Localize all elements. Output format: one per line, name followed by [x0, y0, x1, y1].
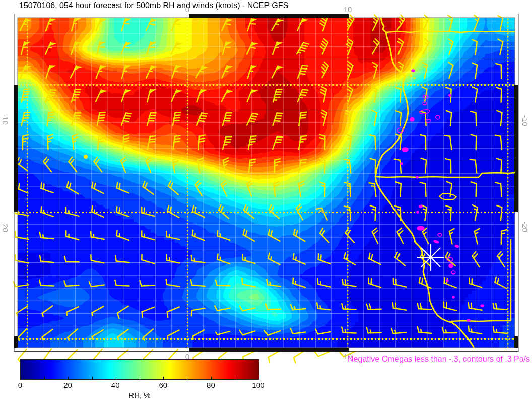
left-axis-tick-neg10: -10: [1, 104, 9, 134]
top-axis-tick-10: 10: [338, 5, 358, 14]
map-yellow-dot: [84, 155, 88, 159]
omega-contour-mark: [436, 115, 440, 119]
omega-contour-mark: [417, 211, 419, 213]
africa-coastline: [375, 18, 474, 348]
omega-caption: Negative Omegas less than -.3, contours …: [348, 355, 530, 364]
omega-contour-mark: [419, 206, 422, 208]
colorbar-tick-40: 40: [105, 381, 125, 389]
omega-contour-mark: [467, 319, 470, 321]
omega-contour-mark: [410, 117, 414, 121]
country-border: [386, 31, 515, 32]
outer-frame: [14, 14, 518, 352]
omega-contour-mark: [419, 109, 430, 114]
frame-tick-band: [14, 85, 18, 212]
colorbar-axis-label: RH, %: [109, 391, 170, 399]
colorbar-tick-100: 100: [248, 381, 269, 389]
omega-contour-mark: [416, 176, 418, 178]
omega-contour-mark: [401, 163, 403, 165]
map-yellow-dot: [414, 77, 416, 79]
omega-contour-mark: [426, 119, 431, 122]
map-yellow-dot: [410, 75, 412, 77]
rh-colorbar: [20, 359, 259, 380]
omega-contour-mark: [412, 70, 415, 72]
omega-contour-mark: [423, 102, 427, 105]
omega-contour-mark: [481, 305, 484, 307]
frame-tick-band: [514, 85, 518, 212]
frame-tick-band: [189, 14, 349, 18]
colorbar-tick-60: 60: [153, 381, 173, 389]
map-border: [18, 18, 515, 348]
omega-contour-mark: [417, 226, 424, 230]
omega-contour-mark: [449, 94, 451, 96]
top-axis-tick-0: 0: [177, 5, 197, 14]
plot-title: 15070106, 054 hour forecast for 500mb RH…: [19, 1, 288, 10]
omega-contour-mark: [447, 257, 453, 261]
omega-contour-mark: [455, 245, 459, 248]
omega-contour-mark: [434, 240, 439, 243]
omega-contour-mark: [449, 264, 453, 268]
omega-contour-mark: [446, 280, 448, 282]
colorbar-tick-20: 20: [58, 381, 78, 389]
colorbar-tick-80: 80: [201, 381, 221, 389]
frame-tick-band: [514, 336, 518, 348]
frame-tick-band: [189, 348, 349, 352]
etosha-pan-outline: [439, 193, 456, 200]
omega-contour-mark: [438, 233, 442, 236]
map-overlay-svg: [0, 0, 532, 411]
omega-contour-mark: [452, 296, 454, 298]
right-axis-tick-neg10: -10: [521, 106, 529, 136]
forecast-chart-page: 15070106, 054 hour forecast for 500mb RH…: [0, 0, 532, 411]
omega-contour-mark: [423, 95, 428, 98]
omega-contour-mark: [451, 271, 455, 274]
country-border: [451, 321, 511, 321]
country-border: [375, 173, 515, 177]
frame-tick-band: [14, 336, 18, 348]
omega-contour-mark: [402, 148, 408, 152]
left-axis-tick-neg20: -20: [1, 212, 9, 242]
colorbar-tick-0: 0: [10, 381, 30, 389]
right-axis-tick-neg20: -20: [521, 212, 529, 242]
